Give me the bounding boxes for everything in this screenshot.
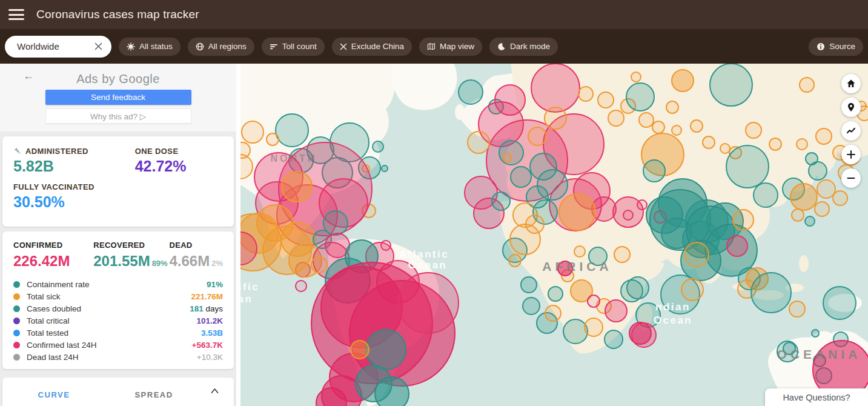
case-bubble[interactable] (495, 85, 525, 115)
chip-all-regions[interactable]: All regions (188, 38, 254, 56)
case-bubble[interactable] (574, 246, 585, 257)
case-bubble[interactable] (614, 247, 630, 262)
case-bubble[interactable] (769, 138, 781, 150)
case-bubble[interactable] (398, 273, 459, 333)
case-bubble[interactable] (823, 287, 856, 319)
case-bubble[interactable] (366, 330, 406, 370)
source-button[interactable]: Source (809, 38, 863, 56)
why-this-ad-button[interactable]: Why this ad? ▷ (45, 108, 191, 124)
case-bubble[interactable] (548, 287, 563, 301)
case-bubble[interactable] (833, 191, 847, 205)
case-bubble[interactable] (605, 300, 627, 322)
clear-search-icon[interactable] (94, 42, 103, 51)
case-bubble[interactable] (789, 301, 805, 317)
case-bubble[interactable] (459, 80, 483, 104)
chip-toll-count[interactable]: Toll count (262, 38, 325, 56)
trend-button[interactable] (841, 121, 861, 141)
case-bubble[interactable] (528, 127, 546, 145)
case-bubble[interactable] (311, 257, 327, 273)
chip-exclude-china[interactable]: Exclude China (332, 38, 412, 56)
case-bubble[interactable] (545, 107, 566, 129)
case-bubble[interactable] (296, 281, 306, 291)
case-bubble[interactable] (812, 330, 819, 337)
case-bubble[interactable] (805, 216, 815, 226)
case-bubble[interactable] (531, 64, 580, 112)
case-bubble[interactable] (521, 277, 537, 293)
case-bubble[interactable] (537, 170, 568, 200)
chip-dark-mode[interactable]: Dark mode (489, 38, 558, 56)
case-bubble[interactable] (800, 78, 814, 92)
case-bubble[interactable] (727, 236, 747, 256)
case-bubble[interactable] (726, 145, 769, 188)
case-bubble[interactable] (790, 184, 817, 210)
collapse-chevron-icon[interactable] (210, 387, 219, 394)
case-bubble[interactable] (598, 92, 614, 108)
case-bubble[interactable] (720, 144, 730, 153)
case-bubble[interactable] (652, 121, 664, 133)
case-bubble[interactable] (703, 136, 715, 148)
chip-map-view[interactable]: Map view (419, 38, 482, 56)
ad-back-arrow-icon[interactable]: ← (23, 70, 34, 82)
case-bubble[interactable] (282, 171, 312, 202)
have-questions-button[interactable]: Have Questions? (765, 388, 868, 406)
locate-button[interactable] (841, 98, 861, 117)
case-bubble[interactable] (746, 122, 761, 138)
case-bubble[interactable] (815, 202, 829, 216)
case-bubble[interactable] (242, 121, 263, 143)
case-bubble[interactable] (632, 323, 656, 347)
case-bubble[interactable] (613, 197, 643, 227)
case-bubble[interactable] (351, 341, 369, 359)
case-bubble[interactable] (691, 120, 703, 132)
case-bubble[interactable] (710, 64, 752, 106)
case-bubble[interactable] (578, 87, 593, 101)
case-bubble[interactable] (375, 377, 409, 406)
case-bubble[interactable] (588, 295, 600, 307)
case-bubble[interactable] (468, 131, 489, 153)
case-bubble[interactable] (631, 72, 641, 82)
case-bubble[interactable] (816, 128, 832, 144)
case-bubble[interactable] (511, 167, 531, 187)
case-bubble[interactable] (509, 255, 521, 267)
case-bubble[interactable] (806, 153, 818, 165)
case-bubble[interactable] (681, 279, 703, 301)
case-bubble[interactable] (672, 70, 694, 92)
case-bubble[interactable] (608, 110, 624, 126)
hamburger-menu-icon[interactable] (8, 9, 24, 20)
map-canvas[interactable]: AtlanticOceanificanndianOceanAFRICAOCEAN… (240, 64, 868, 406)
case-bubble[interactable] (510, 224, 540, 255)
case-bubble[interactable] (627, 277, 649, 299)
tab-curve[interactable]: CURVE (2, 388, 105, 399)
world-map[interactable]: AtlanticOceanificanndianOceanAFRICAOCEAN… (240, 64, 868, 406)
chip-all-status[interactable]: All status (119, 38, 181, 56)
case-bubble[interactable] (751, 273, 791, 313)
case-bubble[interactable] (585, 318, 603, 336)
case-bubble[interactable] (605, 330, 623, 348)
case-bubble[interactable] (503, 153, 511, 162)
home-button[interactable] (841, 74, 861, 93)
case-bubble[interactable] (797, 139, 807, 150)
case-bubble[interactable] (276, 114, 308, 147)
case-bubble[interactable] (559, 194, 595, 230)
case-bubble[interactable] (792, 209, 804, 221)
zoom-out-button[interactable] (841, 168, 861, 188)
case-bubble[interactable] (639, 113, 654, 127)
case-bubble[interactable] (754, 183, 778, 207)
zoom-in-button[interactable] (841, 145, 861, 164)
case-bubble[interactable] (817, 180, 835, 198)
send-feedback-button[interactable]: Send feedback (45, 90, 191, 105)
case-bubble[interactable] (672, 125, 681, 135)
case-bubble[interactable] (267, 133, 279, 145)
search-input[interactable]: Worldwide (5, 36, 111, 58)
case-bubble[interactable] (643, 160, 665, 182)
case-bubble[interactable] (523, 298, 540, 314)
case-bubble[interactable] (666, 101, 678, 113)
case-bubble[interactable] (684, 242, 709, 267)
case-bubble[interactable] (373, 141, 383, 152)
case-bubble[interactable] (499, 141, 523, 165)
case-bubble[interactable] (492, 192, 510, 210)
case-bubble[interactable] (626, 83, 654, 111)
case-bubble[interactable] (382, 165, 388, 171)
case-bubble[interactable] (733, 210, 754, 230)
case-bubble[interactable] (545, 305, 561, 321)
tab-spread[interactable]: SPREAD (105, 388, 202, 399)
